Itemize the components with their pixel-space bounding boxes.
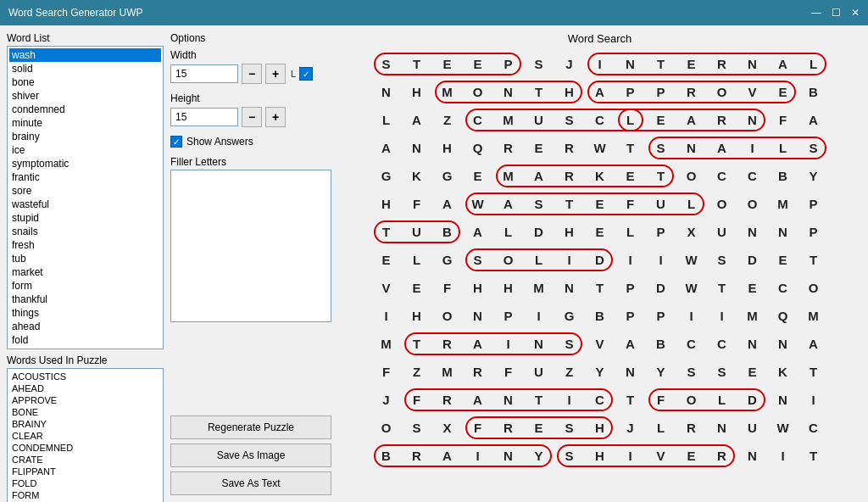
- grid-cell: F: [463, 414, 493, 442]
- grid-cell: N: [737, 330, 768, 358]
- word-list-box[interactable]: washsolidboneshivercondemnedminutebrainy…: [7, 46, 164, 349]
- grid-cell: B: [585, 302, 615, 330]
- width-increment-button[interactable]: +: [265, 64, 286, 84]
- words-used-label: Words Used In Puzzle: [7, 354, 164, 366]
- grid-cell: D: [737, 386, 768, 414]
- grid-cell: O: [737, 190, 768, 218]
- save-image-button[interactable]: Save As Image: [170, 443, 331, 467]
- grid-cell: A: [463, 218, 493, 246]
- grid-cell: M: [371, 330, 402, 358]
- grid-cell: T: [798, 358, 829, 386]
- word-list-item[interactable]: stupid: [9, 211, 161, 225]
- action-buttons: Regenerate Puzzle Save As Image Save As …: [170, 416, 331, 495]
- grid-cell: I: [554, 386, 585, 414]
- grid-cell: B: [371, 442, 402, 470]
- grid-cell: P: [798, 190, 829, 218]
- word-list-item[interactable]: sore: [9, 184, 161, 198]
- word-list-item[interactable]: ahead: [9, 320, 161, 333]
- grid-cell: C: [707, 162, 737, 190]
- word-list-item[interactable]: market: [9, 265, 161, 279]
- grid-cell: K: [585, 162, 615, 190]
- grid-cell: F: [402, 190, 432, 218]
- word-list-item[interactable]: shiver: [9, 89, 161, 103]
- grid-cell: Y: [646, 358, 676, 386]
- grid-cell: U: [524, 106, 554, 134]
- grid-cell: B: [798, 78, 829, 106]
- word-list-item[interactable]: bone: [9, 75, 161, 89]
- grid-cell: N: [402, 134, 432, 162]
- save-text-button[interactable]: Save As Text: [170, 471, 331, 495]
- word-list-item[interactable]: minute: [9, 116, 161, 130]
- word-list-item[interactable]: fold: [9, 333, 161, 347]
- options-label: Options: [170, 32, 331, 44]
- word-list-item[interactable]: condemned: [9, 103, 161, 116]
- grid-cell: W: [676, 246, 707, 274]
- words-used-item: BONE: [9, 406, 161, 418]
- grid-cell: O: [798, 274, 829, 302]
- width-decrement-button[interactable]: −: [242, 64, 262, 84]
- word-list-item[interactable]: wasteful: [9, 198, 161, 211]
- word-list-item[interactable]: frantic: [9, 170, 161, 184]
- height-decrement-button[interactable]: −: [242, 107, 262, 127]
- word-list-item[interactable]: solid: [9, 62, 161, 75]
- close-button[interactable]: ✕: [851, 7, 860, 19]
- height-input[interactable]: [170, 108, 238, 126]
- word-list-item[interactable]: things: [9, 306, 161, 320]
- grid-cell: B: [768, 162, 798, 190]
- grid-cell: M: [768, 190, 798, 218]
- word-list-item[interactable]: tub: [9, 252, 161, 265]
- grid-cell: S: [524, 50, 554, 78]
- grid-cell: R: [554, 134, 585, 162]
- word-list-item[interactable]: brainy: [9, 130, 161, 143]
- grid-cell: I: [646, 246, 676, 274]
- grid-cell: E: [737, 358, 768, 386]
- grid-cell: C: [676, 330, 707, 358]
- height-increment-button[interactable]: +: [265, 107, 286, 127]
- grid-cell: I: [798, 386, 829, 414]
- minimize-button[interactable]: —: [811, 7, 821, 19]
- regenerate-button[interactable]: Regenerate Puzzle: [170, 416, 331, 439]
- grid-cell: V: [585, 330, 615, 358]
- filler-letters-box[interactable]: [170, 170, 331, 322]
- grid-cell: A: [676, 106, 707, 134]
- width-input[interactable]: [170, 64, 238, 83]
- words-used-item: FORM: [9, 489, 161, 501]
- grid-cell: V: [646, 442, 676, 470]
- grid-cell: N: [615, 50, 646, 78]
- left-panel: Word List washsolidboneshivercondemnedmi…: [7, 32, 164, 495]
- word-list-item[interactable]: wash: [9, 48, 161, 62]
- word-list-item[interactable]: fresh: [9, 238, 161, 252]
- word-list-item[interactable]: snails: [9, 225, 161, 238]
- grid-cell: R: [432, 386, 463, 414]
- grid-cell: E: [615, 162, 646, 190]
- grid-cell: P: [646, 78, 676, 106]
- grid-cell: G: [432, 246, 463, 274]
- word-list-item[interactable]: thankful: [9, 293, 161, 306]
- word-list-item[interactable]: symptomatic: [9, 157, 161, 170]
- grid-cell: J: [615, 414, 646, 442]
- grid-cell: S: [554, 330, 585, 358]
- grid-cell: A: [768, 50, 798, 78]
- grid-cell: H: [585, 442, 615, 470]
- grid-cell: E: [463, 162, 493, 190]
- word-list-item[interactable]: form: [9, 279, 161, 293]
- word-list-item[interactable]: ice: [9, 143, 161, 157]
- show-answers-checkbox[interactable]: ✓: [170, 136, 182, 148]
- maximize-button[interactable]: ☐: [832, 7, 841, 19]
- word-list-label: Word List: [7, 32, 164, 44]
- grid-cell: O: [676, 386, 707, 414]
- grid-cell: D: [524, 218, 554, 246]
- word-search-grid: STEEPSJINTERNALNHMONTHAPPROVEBLAZCMUSCLE…: [371, 50, 829, 470]
- width-checkbox[interactable]: ✓: [299, 67, 313, 81]
- grid-cell: N: [737, 50, 768, 78]
- grid-cell: H: [432, 134, 463, 162]
- width-l-indicator: L: [291, 69, 296, 79]
- grid-cell: L: [371, 106, 402, 134]
- grid-cell: I: [371, 302, 402, 330]
- window-controls[interactable]: — ☐ ✕: [811, 7, 860, 19]
- grid-cell: W: [676, 274, 707, 302]
- grid-cell: N: [554, 274, 585, 302]
- grid-cell: L: [646, 414, 676, 442]
- grid-cell: A: [524, 162, 554, 190]
- grid-cell: M: [493, 162, 524, 190]
